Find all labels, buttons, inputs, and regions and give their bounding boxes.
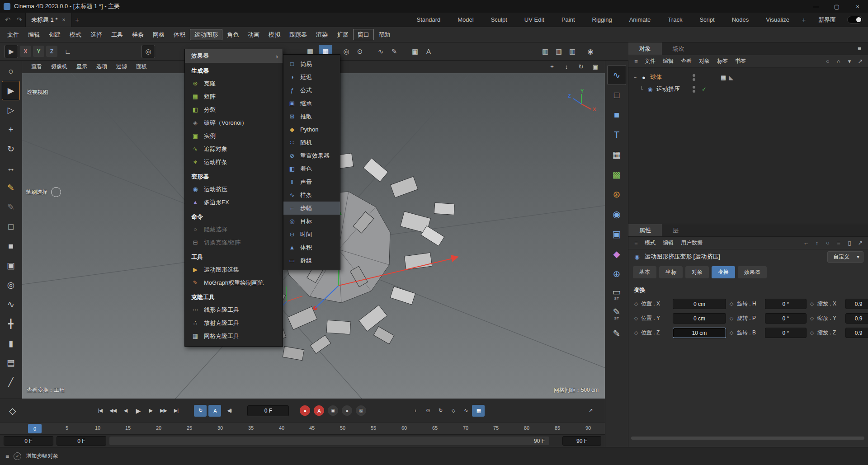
field-globe-icon[interactable]: ⊕ <box>607 264 626 284</box>
menu-item-linear-clone[interactable]: ⋯线形克隆工具 <box>185 303 283 316</box>
cube-icon[interactable]: ■ <box>607 105 626 125</box>
menu-extensions[interactable]: 扩展 <box>332 29 353 40</box>
rectangle-icon[interactable]: □ <box>607 85 626 105</box>
menu-help[interactable]: 帮助 <box>374 29 395 40</box>
axis-lock-y-button[interactable]: Y <box>33 46 44 57</box>
submenu-item-volume[interactable]: ▲体积 <box>283 241 340 254</box>
export-icon[interactable]: ↗ <box>855 56 865 66</box>
enabled-check-icon[interactable]: ✓ <box>702 86 707 93</box>
volume-builder-icon[interactable]: ▩ <box>607 164 626 184</box>
attr-menu-userdata[interactable]: 用户数据 <box>677 237 706 249</box>
generator-icon[interactable]: ⊛ <box>607 184 626 204</box>
rotation-b-field[interactable]: 0 ° <box>765 328 807 338</box>
vp-menu-view[interactable]: 查看 <box>27 61 47 72</box>
menu-item-matrix[interactable]: ▦矩阵 <box>185 90 283 103</box>
rotate-tool-icon[interactable]: ↻ <box>2 139 20 159</box>
keyframe-settings-button[interactable]: ◉ <box>328 405 338 416</box>
search-icon[interactable]: ○ <box>823 56 833 66</box>
menu-window[interactable]: 窗口 <box>353 29 374 40</box>
menu-item-fracture[interactable]: ◧分裂 <box>185 103 283 116</box>
up-arrow-icon[interactable]: ↑ <box>812 238 822 248</box>
om-menu-view[interactable]: 查看 <box>677 56 695 67</box>
attr-menu-edit[interactable]: 编辑 <box>659 237 677 249</box>
previous-frame-button[interactable]: ◀ <box>119 405 132 417</box>
menu-item-cloner[interactable]: ⊛克隆 <box>185 77 283 90</box>
vp-menu-camera[interactable]: 摄像机 <box>47 61 72 72</box>
submenu-item-spline[interactable]: ∿样条 <box>283 188 340 202</box>
status-menu-icon[interactable]: ≡ <box>5 453 9 460</box>
menu-animation[interactable]: 动画 <box>243 29 264 40</box>
tweak-pen-tool-icon[interactable]: ✎ <box>2 178 20 197</box>
primitive-object-icon[interactable]: ▣ <box>2 256 20 275</box>
maximize-button[interactable]: ▢ <box>826 0 847 13</box>
tab-takes[interactable]: 场次 <box>662 42 695 55</box>
make-editable-button[interactable]: ▣ <box>408 45 422 58</box>
tab-layers[interactable]: 层 <box>662 224 689 236</box>
record-parameter-toggle[interactable]: ◇ <box>447 405 459 417</box>
camera-st-icon[interactable]: ▭ ST <box>607 284 626 304</box>
tab-attributes[interactable]: 属性 <box>628 224 662 236</box>
submenu-item-time[interactable]: ⊙时间 <box>283 228 340 241</box>
spline-snap-button[interactable]: ∿ <box>374 45 387 58</box>
menu-item-radial-clone[interactable]: ∴放射克隆工具 <box>185 316 283 329</box>
menu-tracker[interactable]: 跟踪器 <box>285 29 311 40</box>
axis-lock-x-button[interactable]: X <box>20 46 31 57</box>
goto-end-button[interactable]: ▶| <box>170 405 182 417</box>
submenu-item-inheritance[interactable]: ▣继承 <box>283 97 340 110</box>
range-start-field[interactable]: 0 F <box>4 436 53 446</box>
layout-tab-track[interactable]: Track <box>659 16 691 23</box>
keyframe-diamond-icon[interactable]: ◇ <box>728 315 735 321</box>
visibility-dots[interactable] <box>693 74 695 81</box>
submenu-item-group[interactable]: ▭群组 <box>283 254 340 267</box>
object-name[interactable]: 运动挤压 <box>656 85 680 93</box>
goto-start-button[interactable]: |◀ <box>94 405 106 417</box>
menu-item-moextrude[interactable]: ◉运动挤压 <box>185 183 283 196</box>
menu-spline[interactable]: 样条 <box>127 29 148 40</box>
vp-menu-panel[interactable]: 面板 <box>132 61 151 72</box>
select-tool-icon[interactable]: ▷ <box>2 100 20 120</box>
menu-render[interactable]: 渲染 <box>311 29 332 40</box>
record-keyframe-button[interactable]: ● <box>300 405 310 416</box>
position-z-field[interactable]: 10 cm <box>673 328 726 338</box>
keyframe-selection-toggle[interactable]: ▦ <box>472 405 485 417</box>
object-row-moextrude[interactable]: └ ◉ 运动挤压 ✓ <box>628 83 868 95</box>
object-name[interactable]: 球体 <box>650 73 662 81</box>
play-button[interactable]: ▶ <box>132 405 144 417</box>
workplane-mode-button[interactable]: ⊙ <box>353 45 367 58</box>
spline-pen-button[interactable]: ✎ <box>387 45 401 58</box>
vp-menu-options[interactable]: 选项 <box>92 61 112 72</box>
cylinder-primitive-icon[interactable]: ▮ <box>2 333 20 353</box>
spline-pen-tool-icon[interactable]: ∿ <box>2 295 20 314</box>
attr-search-icon[interactable]: ○ <box>823 238 833 248</box>
range-start-field-2[interactable]: 0 F <box>57 436 106 446</box>
array-tool-icon[interactable]: ▤ <box>2 353 20 372</box>
axis-tool-icon[interactable]: ╋ <box>2 314 20 333</box>
submenu-item-reeffector[interactable]: ⊘重置效果器 <box>283 149 340 162</box>
layout-tab-sculpt[interactable]: Sculpt <box>482 16 516 23</box>
keyframe-diamond-icon[interactable]: ◇ <box>808 330 816 336</box>
tab-objects[interactable]: 对象 <box>628 42 662 55</box>
attr-hamburger-icon[interactable]: ≡ <box>631 238 641 248</box>
menu-tools[interactable]: 工具 <box>107 29 127 40</box>
preset-dropdown[interactable]: 自定义 ▾ <box>827 251 863 263</box>
tab-basic[interactable]: 基本 <box>633 266 656 278</box>
current-frame-field[interactable]: 0 F <box>247 405 289 416</box>
om-menu-tags[interactable]: 标签 <box>713 56 731 67</box>
om-menu-bookmarks[interactable]: 书签 <box>731 56 750 67</box>
brush-st-icon[interactable]: ✎ ST <box>607 304 626 324</box>
array-icon[interactable]: ▦ <box>607 145 626 164</box>
layout-tab-visualize[interactable]: Visualize <box>757 16 798 23</box>
record-scale-toggle[interactable]: ⊙ <box>421 405 434 417</box>
tab-coordinates[interactable]: 坐标 <box>659 266 683 278</box>
toggle-view-icon[interactable]: ▣ <box>590 62 600 72</box>
panel-menu-icon[interactable]: ≡ <box>854 44 864 54</box>
document-tab[interactable]: 未标题 1 * × <box>25 13 71 27</box>
layout-tab-paint[interactable]: Paint <box>553 16 584 23</box>
record-rotation-toggle[interactable]: ↻ <box>434 405 447 417</box>
scale-tool-icon[interactable]: ↔ <box>2 159 20 178</box>
timeline-playhead[interactable]: 0 <box>28 424 42 433</box>
submenu-item-random[interactable]: ∷随机 <box>283 136 340 149</box>
expand-icon[interactable]: − <box>633 75 637 80</box>
menu-edit[interactable]: 编辑 <box>24 29 44 40</box>
cube-primitive-icon[interactable]: ■ <box>2 236 20 256</box>
